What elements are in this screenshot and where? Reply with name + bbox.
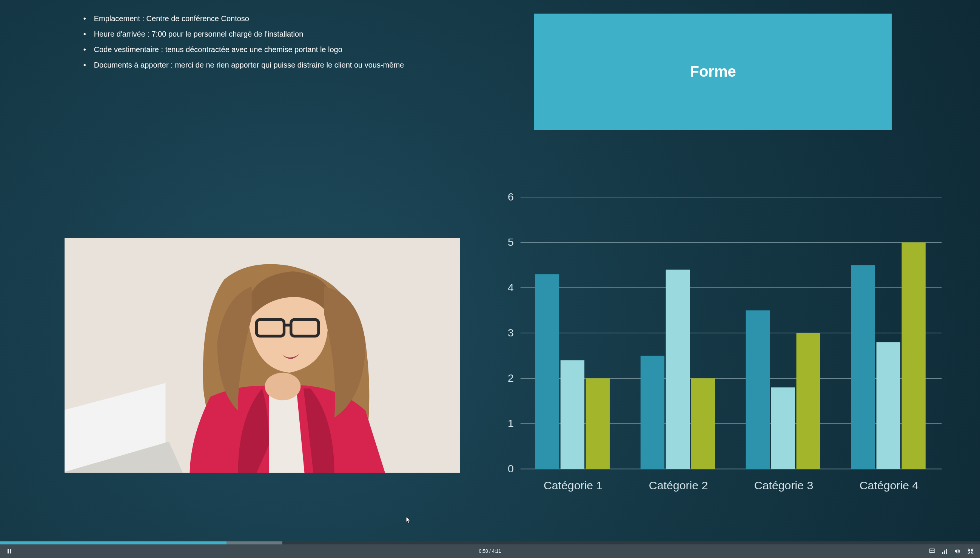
total-time: 4:11 — [492, 548, 501, 554]
chart-bar — [535, 274, 559, 469]
svg-text:2: 2 — [508, 372, 514, 384]
svg-text:Catégorie 4: Catégorie 4 — [860, 479, 919, 492]
chart-bar — [771, 387, 795, 469]
svg-rect-32 — [946, 549, 947, 554]
svg-text:Catégorie 2: Catégorie 2 — [649, 479, 708, 492]
bullet-item: Heure d'arrivée : 7:00 pour le personnel… — [84, 29, 456, 39]
progress-played — [0, 542, 226, 545]
current-time: 0:58 — [479, 548, 488, 554]
bullet-item: Code vestimentaire : tenus décontractée … — [84, 44, 456, 55]
svg-rect-25 — [8, 549, 9, 553]
presentation-slide: Emplacement : Centre de conférence Conto… — [0, 0, 980, 542]
chart-bar — [586, 378, 610, 469]
signal-bars-icon[interactable] — [939, 545, 951, 557]
captions-button[interactable] — [926, 545, 938, 557]
svg-text:Catégorie 1: Catégorie 1 — [544, 479, 603, 492]
svg-text:5: 5 — [508, 236, 514, 248]
svg-point-3 — [265, 373, 301, 400]
chart-bar — [560, 360, 584, 469]
chart-bar — [666, 269, 690, 469]
slide-photo — [64, 238, 459, 473]
chart-bar — [746, 310, 770, 469]
bullet-item: Documents à apporter : merci de ne rien … — [84, 60, 456, 70]
svg-text:3: 3 — [508, 327, 514, 339]
forme-label: Forme — [690, 63, 736, 80]
bullet-list: Emplacement : Centre de conférence Conto… — [84, 13, 456, 75]
chart-bar — [851, 265, 875, 469]
chart-bar — [641, 356, 664, 469]
pause-button[interactable] — [4, 545, 15, 557]
chart-bar — [877, 342, 900, 469]
mouse-cursor-icon — [406, 517, 411, 524]
svg-text:0: 0 — [508, 463, 514, 474]
progress-buffered — [226, 542, 282, 545]
player-controls-row: 0:58 / 4:11 — [0, 545, 980, 558]
forme-title-box: Forme — [534, 13, 892, 130]
svg-text:Catégorie 3: Catégorie 3 — [754, 479, 813, 492]
svg-rect-31 — [944, 550, 945, 554]
svg-text:1: 1 — [508, 417, 514, 429]
progress-bar[interactable] — [0, 542, 980, 545]
bar-chart: 0123456Catégorie 1Catégorie 2Catégorie 3… — [495, 190, 946, 504]
svg-rect-28 — [931, 550, 932, 550]
chart-bar — [796, 333, 820, 469]
svg-rect-30 — [942, 552, 943, 554]
time-display: 0:58 / 4:11 — [479, 548, 501, 554]
svg-rect-29 — [932, 550, 934, 550]
bullet-item: Emplacement : Centre de conférence Conto… — [84, 13, 456, 24]
svg-text:6: 6 — [508, 190, 514, 203]
chart-bar — [901, 242, 925, 469]
chart-bar — [691, 378, 715, 469]
volume-button[interactable] — [952, 545, 964, 557]
svg-rect-27 — [929, 549, 935, 553]
svg-text:4: 4 — [508, 281, 514, 293]
fullscreen-exit-button[interactable] — [965, 545, 976, 557]
video-player-bar: 0:58 / 4:11 — [0, 542, 980, 558]
svg-rect-26 — [10, 549, 12, 553]
